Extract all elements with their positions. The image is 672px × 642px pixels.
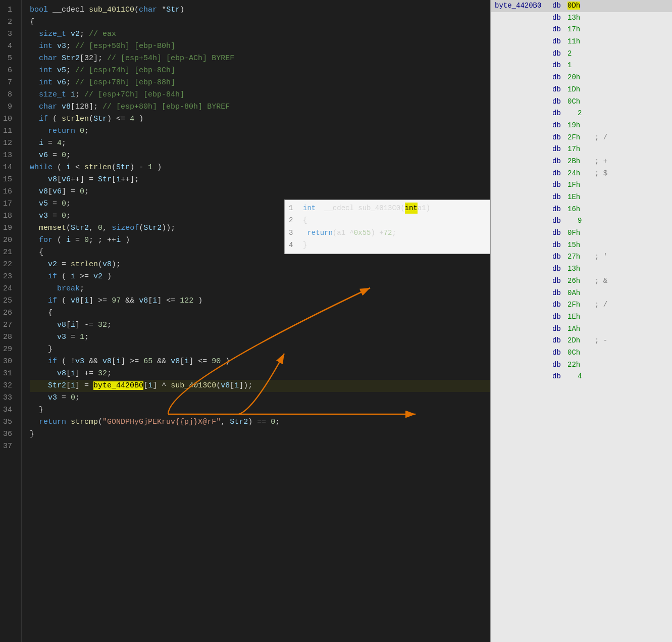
code-line-15: while ( i < strlen(Str) - 1 ) — [30, 162, 490, 174]
data-row-0: byte_4420B0 db 0Dh — [491, 0, 672, 12]
ln-8: 8 — [0, 89, 15, 101]
ln-12: 12 — [0, 137, 15, 150]
ln-17: 17 — [0, 198, 15, 210]
data-row-1: db 13h — [491, 12, 672, 24]
code-line-29: v3 = 1; — [30, 331, 490, 343]
data-row-30: db 22h — [491, 359, 672, 371]
data-row-21: db 27h ; ' — [491, 251, 672, 263]
data-row-17: db 16h — [491, 204, 672, 216]
data-label: byte_4420B0 — [495, 1, 550, 12]
code-line-9: char v8[128]; // [esp+80h] [ebp-80h] BYR… — [30, 101, 490, 113]
data-op: db — [550, 1, 565, 12]
data-row-4: db 2 — [491, 48, 672, 60]
ln-2: 2 — [0, 16, 15, 28]
data-row-16: db 1Eh — [491, 191, 672, 204]
tooltip-linenum-1: 1 — [289, 203, 299, 214]
code-line-12: return 0; — [30, 125, 490, 137]
data-val: 0Dh — [565, 1, 591, 12]
ln-6: 6 — [0, 65, 15, 77]
data-row-18: db 9 — [491, 215, 672, 227]
ln-3: 3 — [0, 28, 15, 40]
ln-5: 5 — [0, 53, 15, 65]
ln-19: 19 — [0, 222, 15, 234]
data-row-25: db 2Fh ; / — [491, 299, 672, 311]
code-line-14: v6 = 0; — [30, 150, 490, 162]
data-row-15: db 1Fh — [491, 179, 672, 191]
tooltip-hl-int: int — [405, 203, 418, 214]
ln-9: 9 — [0, 101, 15, 113]
code-line-8: size_t i; // [esp+7Ch] [ebp-84h] — [30, 89, 490, 101]
ln-10: 10 — [0, 113, 15, 125]
code-line-33: Str2[i] = byte_4420B0[i] ^ sub_4013C0(v8… — [30, 380, 490, 392]
data-row-23: db 26h ; & — [491, 275, 672, 287]
code-line-4: int v3; // [esp+50h] [ebp-B0h] — [30, 40, 490, 53]
ln-32: 32 — [0, 380, 15, 392]
tooltip-line-4: 4 } — [285, 239, 490, 251]
ln-7: 7 — [0, 77, 15, 89]
ln-16: 16 — [0, 186, 15, 198]
code-line-13: i = 4; — [30, 137, 490, 150]
code-line-36: return strcmp("GONDPHyGjPEKruv{{pj}X@rF"… — [30, 416, 490, 428]
code-line-11: if ( strlen(Str) <= 4 ) — [30, 113, 490, 125]
ln-26: 26 — [0, 307, 15, 319]
code-line-16: v8[v6++] = Str[i++]; — [30, 174, 490, 186]
code-line-1: bool __cdecl sub_4011C0(char *Str) — [30, 4, 490, 16]
data-row-11: db 2Fh ; / — [491, 132, 672, 144]
code-line-27: { — [30, 307, 490, 319]
code-line-32: v8[i] += 32; — [30, 368, 490, 380]
data-row-3: db 11h — [491, 36, 672, 48]
ln-29: 29 — [0, 343, 15, 356]
data-row-24: db 0Ah — [491, 287, 672, 300]
ln-30: 30 — [0, 356, 15, 368]
tooltip-kw-int: int — [303, 203, 316, 214]
ln-24: 24 — [0, 283, 15, 295]
data-row-28: db 2Dh ; - — [491, 335, 672, 347]
ln-11: 11 — [0, 125, 15, 137]
code-line-26: if ( v8[i] >= 97 && v8[i] <= 122 ) — [30, 295, 490, 307]
code-container: 1 2 3 4 5 6 7 8 9 10 11 12 13 14 15 16 1… — [0, 0, 672, 642]
ln-25: 25 — [0, 295, 15, 307]
tooltip-linenum-3: 3 — [289, 227, 299, 238]
code-line-7: int v6; // [esp+78h] [ebp-88h] — [30, 77, 490, 89]
data-row-20: db 15h — [491, 239, 672, 252]
ln-35: 35 — [0, 416, 15, 428]
code-line-2: { — [30, 16, 490, 28]
ln-27: 27 — [0, 319, 15, 331]
data-row-13: db 2Bh ; + — [491, 156, 672, 168]
ln-34: 34 — [0, 404, 15, 416]
code-main: bool __cdecl sub_4011C0(char *Str) { siz… — [22, 0, 490, 642]
data-row-29: db 0Ch — [491, 347, 672, 359]
code-line-23: v2 = strlen(v8); — [30, 259, 490, 271]
data-row-14: db 24h ; $ — [491, 168, 672, 180]
data-row-10: db 19h — [491, 120, 672, 132]
tooltip-popup: 1 int __cdecl sub_4013C0( int a1) 2 { 3 … — [284, 200, 490, 254]
code-line-25: break; — [30, 283, 490, 295]
ln-23: 23 — [0, 271, 15, 283]
ln-36: 36 — [0, 428, 15, 440]
ln-15: 15 — [0, 174, 15, 186]
ln-14: 14 — [0, 162, 15, 174]
ln-22: 22 — [0, 259, 15, 271]
data-row-9: db 2 — [491, 108, 672, 120]
ln-31: 31 — [0, 368, 15, 380]
code-line-34: v3 = 0; — [30, 392, 490, 404]
data-row-8: db 0Ch — [491, 96, 672, 108]
tooltip-line-2: 2 { — [285, 214, 490, 226]
data-row-31: db 4 — [491, 371, 672, 383]
code-line-35: } — [30, 404, 490, 416]
line-numbers: 1 2 3 4 5 6 7 8 9 10 11 12 13 14 15 16 1… — [0, 0, 22, 642]
ln-1: 1 — [0, 4, 15, 16]
ln-33: 33 — [0, 392, 15, 404]
data-row-5: db 1 — [491, 60, 672, 72]
data-row-6: db 20h — [491, 72, 672, 84]
code-line-31: if ( !v3 && v8[i] >= 65 && v8[i] <= 90 ) — [30, 356, 490, 368]
ln-28: 28 — [0, 331, 15, 343]
code-line-37: } — [30, 428, 490, 440]
tooltip-line-1: 1 int __cdecl sub_4013C0( int a1) — [285, 202, 490, 214]
data-row-26: db 1Eh — [491, 311, 672, 323]
code-line-3: size_t v2; // eax — [30, 28, 490, 40]
tooltip-linenum-2: 2 — [289, 215, 299, 226]
ln-4: 4 — [0, 40, 15, 53]
code-line-6: int v5; // [esp+74h] [ebp-8Ch] — [30, 65, 490, 77]
data-row-27: db 1Ah — [491, 323, 672, 335]
